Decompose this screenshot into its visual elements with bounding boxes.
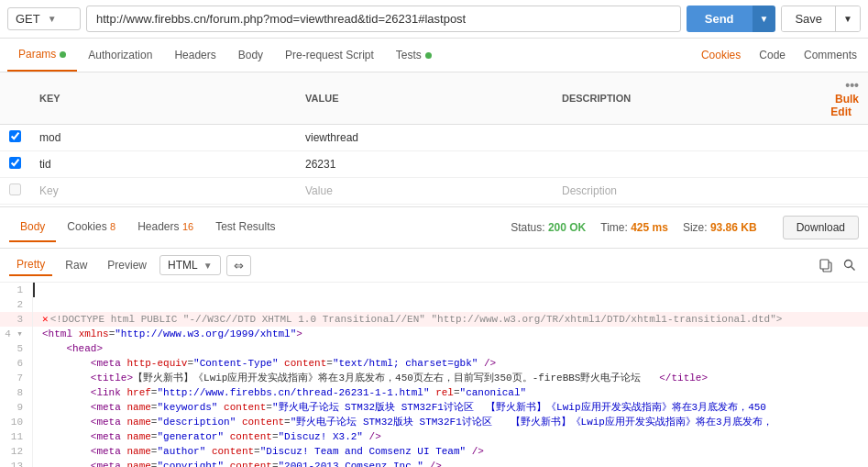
svg-point-2 <box>845 261 852 268</box>
send-btn-group: Send ▼ <box>687 6 776 32</box>
method-chevron: ▼ <box>48 14 57 24</box>
resp-tab-headers[interactable]: Headers 16 <box>126 213 204 242</box>
status-info: Status: 200 OK Time: 425 ms Size: 93.86 … <box>511 216 859 239</box>
download-button[interactable]: Download <box>783 216 859 239</box>
tab-authorization[interactable]: Authorization <box>77 39 163 71</box>
status-label: Status: 200 OK <box>511 221 586 234</box>
row2-checkbox[interactable] <box>9 157 21 169</box>
row2-value[interactable]: 26231 <box>296 151 553 178</box>
pretty-tab[interactable]: Pretty <box>9 254 52 276</box>
row3-checkbox[interactable] <box>9 183 21 195</box>
table-row: Key Value Description <box>0 178 868 205</box>
error-icon: ✕ <box>42 314 49 325</box>
code-line-3: 3 ✕<!DOCTYPE html PUBLIC "-//W3C//DTD XH… <box>0 312 868 327</box>
code-line-11: 11 <meta name="generator" content="Discu… <box>0 429 868 444</box>
code-line-6: 6 <meta http-equiv="Content-Type" conten… <box>0 356 868 371</box>
resp-tab-body[interactable]: Body <box>9 213 56 242</box>
cookies-link[interactable]: Cookies <box>698 39 744 71</box>
save-chevron-button[interactable]: ▼ <box>835 6 860 31</box>
col-header-check <box>0 72 30 125</box>
send-button[interactable]: Send <box>687 6 753 32</box>
table-row: mod viewthread <box>0 125 868 151</box>
time-value: 425 ms <box>631 221 668 234</box>
tab-body[interactable]: Body <box>227 39 274 71</box>
format-label: HTML <box>168 259 198 272</box>
url-input[interactable] <box>86 6 681 32</box>
save-btn-group: Save ▼ <box>781 6 861 32</box>
row1-checkbox[interactable] <box>9 130 21 142</box>
preview-tab[interactable]: Preview <box>100 255 154 275</box>
code-line-2: 2 <box>0 297 868 312</box>
row3-key[interactable]: Key <box>30 178 296 205</box>
format-select[interactable]: HTML ▼ <box>159 255 221 275</box>
row1-value[interactable]: viewthread <box>296 125 553 151</box>
tab-tests[interactable]: Tests <box>385 39 443 71</box>
table-row: tid 26231 <box>0 151 868 178</box>
send-chevron-button[interactable]: ▼ <box>753 6 776 32</box>
bulk-edit-button[interactable]: Bulk Edit <box>828 89 859 122</box>
code-link[interactable]: Code <box>755 39 789 71</box>
code-area: 1 2 3 ✕<!DOCTYPE html PUBLIC "-//W3C//DT… <box>0 283 868 467</box>
code-line-7: 7 <title>【野火新书】《Lwip应用开发实战指南》将在3月底发布，450… <box>0 371 868 385</box>
table-actions-header: ••• Bulk Edit <box>813 72 868 125</box>
code-line-10: 10 <meta name="description" content="野火电… <box>0 415 868 429</box>
code-line-4: 4 ▾ <html xmlns="http://www.w3.org/1999/… <box>0 327 868 341</box>
row2-desc[interactable] <box>553 151 813 178</box>
code-toolbar: Pretty Raw Preview HTML ▼ ⇔ <box>0 249 868 283</box>
copy-icon[interactable] <box>817 256 835 274</box>
comments-link[interactable]: Comments <box>800 39 861 71</box>
method-label: GET <box>16 12 40 26</box>
size-label: Size: 93.86 KB <box>683 221 757 234</box>
row3-desc[interactable]: Description <box>553 178 813 205</box>
svg-rect-1 <box>820 260 829 269</box>
row2-key[interactable]: tid <box>30 151 296 178</box>
save-button[interactable]: Save <box>782 6 835 31</box>
response-tabs: Body Cookies 8 Headers 16 Test Results <box>9 213 286 242</box>
row3-value[interactable]: Value <box>296 178 553 205</box>
code-line-5: 5 <head> <box>0 341 868 356</box>
tab-params[interactable]: Params <box>7 39 77 72</box>
right-tabs: Cookies Code Comments <box>698 39 861 71</box>
col-header-key: KEY <box>30 72 296 125</box>
raw-tab[interactable]: Raw <box>58 255 94 275</box>
row1-desc[interactable] <box>553 125 813 151</box>
row1-action <box>813 125 868 151</box>
time-label: Time: 425 ms <box>600 221 668 234</box>
svg-line-3 <box>852 267 855 271</box>
size-value: 93.86 KB <box>710 221 757 234</box>
code-line-1: 1 <box>0 283 868 297</box>
row1-key[interactable]: mod <box>30 125 296 151</box>
response-bar: Body Cookies 8 Headers 16 Test Results S… <box>0 206 868 249</box>
tab-headers[interactable]: Headers <box>163 39 226 71</box>
col-header-desc: DESCRIPTION <box>553 72 813 125</box>
code-line-8: 8 <link href="http://www.firebbs.cn/thre… <box>0 385 868 400</box>
code-line-13: 13 <meta name="copyright" content="2001-… <box>0 459 868 467</box>
request-tabs-row: Params Authorization Headers Body Pre-re… <box>0 39 868 72</box>
method-select[interactable]: GET ▼ <box>7 7 81 30</box>
tab-prerequest[interactable]: Pre-request Script <box>274 39 385 71</box>
params-section: KEY VALUE DESCRIPTION ••• Bulk Edit mod … <box>0 72 868 205</box>
tests-dot <box>425 52 432 59</box>
wrap-button[interactable]: ⇔ <box>226 255 251 276</box>
code-line-12: 12 <meta name="author" content="Discuz! … <box>0 444 868 459</box>
toolbar-right <box>817 256 859 274</box>
row2-action <box>813 151 868 178</box>
resp-tab-cookies[interactable]: Cookies 8 <box>56 213 126 242</box>
params-dot <box>60 51 66 58</box>
top-bar: GET ▼ Send ▼ Save ▼ <box>0 0 868 39</box>
search-icon[interactable] <box>841 256 859 274</box>
code-line-9: 9 <meta name="keywords" content="野火电子论坛 … <box>0 400 868 415</box>
status-value: 200 OK <box>548 221 586 234</box>
resp-tab-test-results[interactable]: Test Results <box>204 213 286 242</box>
row3-action <box>813 178 868 205</box>
col-header-value: VALUE <box>296 72 553 125</box>
format-chevron: ▼ <box>203 261 213 271</box>
